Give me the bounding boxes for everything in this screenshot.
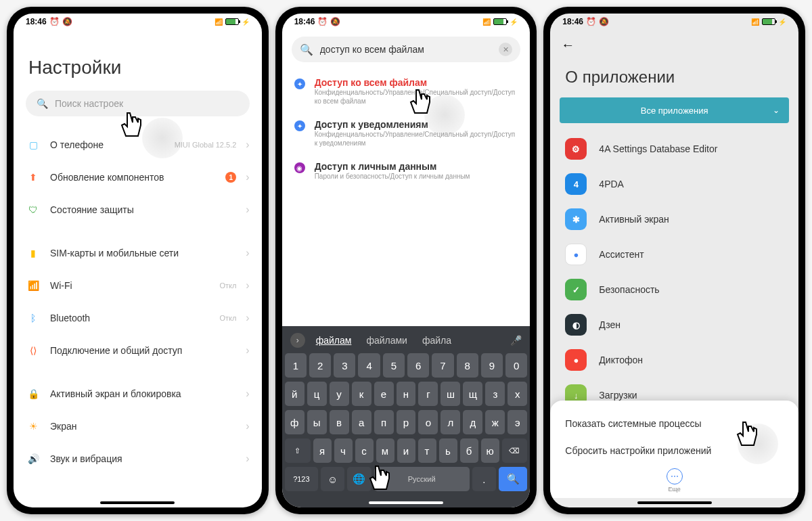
nav-bar[interactable] [282, 498, 531, 507]
key-м[interactable]: м [376, 438, 394, 463]
search-content: 🔍 ✕ ✦ Доступ ко всем файлам Конфиденциал… [282, 30, 531, 498]
key-г[interactable]: г [418, 382, 438, 406]
battery-icon [493, 18, 507, 25]
charging-icon: ⚡ [510, 18, 518, 26]
key-ц[interactable]: ц [307, 382, 327, 406]
status-time: 18:46 [294, 17, 315, 26]
key-globe[interactable]: 🌐 [347, 467, 371, 491]
back-button[interactable]: ← [561, 37, 574, 53]
nav-bar[interactable] [14, 498, 262, 507]
settings-item-about-phone[interactable]: ▢ О телефоне MIUI Global 12.5.2 › [26, 129, 250, 161]
key-1[interactable]: 1 [285, 353, 307, 378]
fingerprint-icon: ◉ [294, 162, 305, 173]
settings-item-security-status[interactable]: 🛡 Состояние защиты › [26, 194, 250, 226]
key-з[interactable]: з [485, 382, 505, 406]
key-б[interactable]: б [460, 438, 478, 463]
key-3[interactable]: 3 [334, 353, 355, 378]
settings-item-sim[interactable]: ▮ SIM-карты и мобильные сети › [26, 237, 250, 269]
key-7[interactable]: 7 [432, 353, 453, 378]
key-с[interactable]: с [355, 438, 374, 463]
key-4[interactable]: 4 [358, 353, 380, 378]
key-х[interactable]: х [508, 382, 527, 406]
key-search[interactable]: 🔍 [499, 467, 527, 491]
app-item[interactable]: 44PDA [550, 166, 798, 202]
expand-suggestions-button[interactable]: › [290, 333, 305, 348]
app-label: Диктофон [599, 355, 643, 365]
settings-item-sound[interactable]: 🔊 Звук и вибрация › [26, 443, 250, 475]
key-д[interactable]: д [463, 410, 482, 434]
key-к[interactable]: к [352, 382, 371, 406]
app-item[interactable]: ●Диктофон [550, 342, 798, 378]
key-й[interactable]: й [285, 382, 304, 406]
clear-search-button[interactable]: ✕ [499, 43, 512, 56]
sheet-more-button[interactable]: ⋯ Еще [550, 464, 798, 494]
chevron-right-icon: › [246, 171, 249, 183]
search-result-notifications[interactable]: ✦ Доступ к уведомлениям Конфиденциальнос… [282, 112, 531, 154]
mic-icon[interactable]: 🎤 [510, 335, 522, 346]
search-input-wrap[interactable]: 🔍 ✕ [292, 37, 521, 62]
suggestion[interactable]: файла [418, 334, 455, 347]
app-item[interactable]: ⚙4A Settings Database Editor [550, 131, 798, 166]
settings-item-wifi[interactable]: 📶 Wi-Fi Откл › [26, 269, 250, 302]
key-symbols[interactable]: ?123 [285, 467, 318, 491]
suggestion-primary[interactable]: файлам [312, 334, 356, 347]
sheet-option-reset-prefs[interactable]: Сбросить настройки приложений [550, 437, 798, 464]
key-space[interactable]: Русский [374, 467, 470, 491]
key-л[interactable]: л [441, 410, 460, 434]
key-⇧[interactable]: ⇧ [285, 438, 311, 463]
settings-item-updates[interactable]: ⬆ Обновление компонентов 1 › [26, 161, 250, 194]
app-item[interactable]: ✱Активный экран [550, 202, 798, 237]
key-о[interactable]: о [418, 410, 438, 434]
settings-item-lockscreen[interactable]: 🔒 Активный экран и блокировка › [26, 378, 250, 410]
key-у[interactable]: у [330, 382, 349, 406]
sound-icon: 🔊 [26, 451, 41, 466]
key-ш[interactable]: ш [441, 382, 460, 406]
key-р[interactable]: р [397, 410, 416, 434]
key-emoji[interactable]: ☺ [321, 467, 344, 491]
chevron-down-icon: ⌄ [773, 106, 780, 115]
app-list: ⚙4A Settings Database Editor44PDA✱Активн… [550, 130, 798, 414]
search-header: 🔍 ✕ [282, 30, 531, 68]
nav-bar[interactable] [550, 498, 798, 507]
key-⌫[interactable]: ⌫ [502, 438, 528, 463]
key-5[interactable]: 5 [383, 353, 405, 378]
key-ю[interactable]: ю [481, 438, 499, 463]
key-ч[interactable]: ч [334, 438, 353, 463]
key-ы[interactable]: ы [307, 410, 327, 434]
key-ф[interactable]: ф [285, 410, 304, 434]
search-result-personal-data[interactable]: ◉ Доступ к личным данным Пароли и безопа… [282, 154, 531, 187]
key-ь[interactable]: ь [439, 438, 457, 463]
key-6[interactable]: 6 [407, 353, 429, 378]
app-item[interactable]: ●Ассистент [550, 237, 798, 272]
app-item[interactable]: ✓Безопасность [550, 272, 798, 307]
key-9[interactable]: 9 [481, 353, 503, 378]
search-result-files-access[interactable]: ✦ Доступ ко всем файлам Конфиденциальнос… [282, 70, 531, 112]
key-2[interactable]: 2 [309, 353, 331, 378]
key-п[interactable]: п [374, 410, 394, 434]
settings-item-display[interactable]: ☀ Экран › [26, 410, 250, 443]
key-8[interactable]: 8 [457, 353, 478, 378]
key-е[interactable]: е [374, 382, 394, 406]
key-period[interactable]: . [472, 467, 496, 491]
settings-item-bluetooth[interactable]: ᛒ Bluetooth Откл › [26, 302, 250, 334]
key-т[interactable]: т [418, 438, 436, 463]
key-ж[interactable]: ж [485, 410, 505, 434]
search-settings-input[interactable]: 🔍 Поиск настроек [26, 91, 250, 116]
settings-item-sharing[interactable]: ⟨⟩ Подключение и общий доступ › [26, 334, 250, 367]
app-item[interactable]: ◐Дзен [550, 307, 798, 342]
key-щ[interactable]: щ [463, 382, 482, 406]
key-я[interactable]: я [313, 438, 332, 463]
key-а[interactable]: а [352, 410, 371, 434]
more-icon: ⋯ [667, 468, 683, 484]
key-н[interactable]: н [397, 382, 416, 406]
key-в[interactable]: в [330, 410, 349, 434]
app-filter-dropdown[interactable]: Все приложения ⌄ [560, 97, 789, 123]
key-0[interactable]: 0 [505, 353, 527, 378]
suggestion[interactable]: файлами [362, 334, 411, 347]
keyboard[interactable]: › файлам файлами файла 🎤 1234567890 йцук… [282, 326, 531, 498]
search-input[interactable] [320, 44, 493, 55]
key-э[interactable]: э [508, 410, 527, 434]
key-и[interactable]: и [397, 438, 415, 463]
sheet-option-show-system[interactable]: Показать системные процессы [550, 410, 798, 437]
app-icon: ✓ [565, 279, 587, 300]
